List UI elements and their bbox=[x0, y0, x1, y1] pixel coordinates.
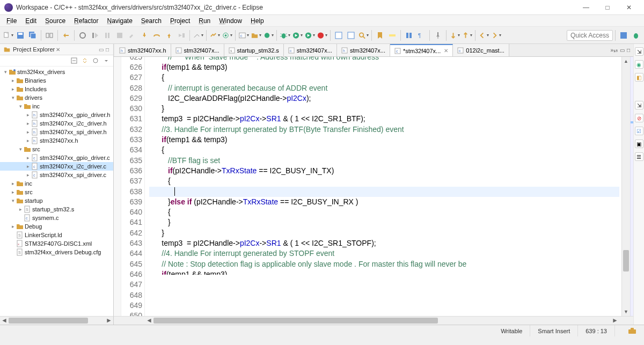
quick-access[interactable]: Quick Access bbox=[567, 30, 613, 41]
menu-project[interactable]: Project bbox=[166, 16, 194, 26]
step-into-button[interactable] bbox=[138, 30, 150, 41]
tree-item[interactable]: ▾stm32f4xx_drivers bbox=[0, 68, 113, 76]
tree-item[interactable]: ▸cstm32f407xx_spi_driver.c bbox=[0, 171, 113, 179]
open-file-button[interactable] bbox=[345, 30, 357, 41]
editor-max-icon[interactable]: □ bbox=[627, 47, 630, 53]
terminate-button[interactable] bbox=[114, 30, 126, 41]
build-button[interactable]: ▾ bbox=[209, 30, 221, 41]
editor-tab[interactable]: hstm32f407x... bbox=[337, 44, 390, 56]
menu-refactor[interactable]: Refactor bbox=[70, 16, 103, 26]
suspend-button[interactable] bbox=[101, 30, 113, 41]
new-folder-button[interactable]: ▾ bbox=[250, 30, 262, 41]
profile-button[interactable]: ▾ bbox=[316, 30, 328, 41]
editor-tab[interactable]: hstm32f407xx.h bbox=[115, 44, 171, 56]
editor-vscroll[interactable]: ▲ ▼ bbox=[621, 57, 630, 316]
editor-tab[interactable]: cstm32f407x... bbox=[284, 44, 337, 56]
project-tree[interactable]: ▾stm32f4xx_drivers▸Binaries▸Includes▾dri… bbox=[0, 67, 113, 316]
perspective-debug-button[interactable] bbox=[630, 30, 642, 41]
tree-item[interactable]: SLinkerScript.ld bbox=[0, 231, 113, 239]
pin-button[interactable] bbox=[432, 30, 444, 41]
restore2-icon[interactable]: ⇲ bbox=[635, 101, 643, 109]
tree-item[interactable]: ▸hstm32f407xx.h bbox=[0, 136, 113, 145]
new-button[interactable]: ▾ bbox=[2, 30, 14, 41]
restore-icon[interactable]: ⇲ bbox=[635, 47, 643, 56]
build-target-button[interactable]: ▾ bbox=[221, 30, 233, 41]
tree-item[interactable]: ▸inc bbox=[0, 179, 113, 188]
debug-button[interactable]: ▾ bbox=[279, 30, 291, 41]
maximize-button[interactable]: □ bbox=[597, 1, 618, 14]
new-class-button[interactable]: ▾ bbox=[262, 30, 274, 41]
focus-button[interactable] bbox=[91, 56, 100, 65]
tree-item[interactable]: ▾src bbox=[0, 145, 113, 153]
save-all-button[interactable] bbox=[27, 30, 39, 41]
editor-tab[interactable]: c*stm32f407x...✕ bbox=[390, 44, 453, 56]
minimize-button[interactable]: — bbox=[575, 1, 597, 14]
toggle-blk-button[interactable] bbox=[403, 30, 415, 41]
tree-item[interactable]: ▾drivers bbox=[0, 93, 113, 102]
tree-item[interactable]: ▸Includes bbox=[0, 85, 113, 93]
view-max-icon[interactable]: □ bbox=[105, 47, 110, 53]
search-button[interactable]: ▾ bbox=[357, 30, 369, 41]
back-button[interactable]: ▾ bbox=[478, 30, 489, 41]
prev-ann-button[interactable]: ▾ bbox=[461, 30, 473, 41]
tabs-overflow[interactable]: »₁₈ bbox=[610, 47, 618, 53]
tree-item[interactable]: ▸cstm32f407xx_gpio_driver.c bbox=[0, 153, 113, 162]
tree-item[interactable]: ▸cstm32f407xx_i2c_driver.c bbox=[0, 162, 113, 171]
code-editor[interactable]: // When Slave mode : Address matched wit… bbox=[145, 57, 621, 316]
resume-button[interactable] bbox=[89, 30, 101, 41]
menu-search[interactable]: Search bbox=[137, 16, 166, 26]
editor-tab[interactable]: c012i2c_mast... bbox=[453, 44, 509, 56]
view-close-icon[interactable]: ✕ bbox=[55, 47, 61, 53]
show-ws-button[interactable]: ¶ bbox=[415, 30, 427, 41]
menu-run[interactable]: Run bbox=[194, 16, 215, 26]
tree-item[interactable]: ▸hstm32f407xx_i2c_driver.h bbox=[0, 119, 113, 128]
menu-source[interactable]: Source bbox=[41, 16, 70, 26]
tree-item[interactable]: Sstm32f4xx_drivers Debug.cfg bbox=[0, 248, 113, 256]
problems-icon[interactable]: ⊘ bbox=[635, 114, 643, 122]
view-min-icon[interactable]: ▭ bbox=[98, 47, 105, 53]
toggle-highlight-button[interactable] bbox=[386, 30, 398, 41]
properties-icon[interactable]: ☰ bbox=[635, 152, 643, 161]
toggle-mode-button[interactable]: ▾ bbox=[192, 30, 204, 41]
tree-item[interactable]: ▸hstm32f407xx_spi_driver.h bbox=[0, 128, 113, 136]
perspective-c-button[interactable] bbox=[618, 30, 630, 41]
menu-navigate[interactable]: Navigate bbox=[103, 16, 136, 26]
run-button[interactable]: ▾ bbox=[291, 30, 303, 41]
overview-ruler[interactable] bbox=[630, 57, 633, 316]
collapse-all-button[interactable] bbox=[69, 56, 79, 65]
editor-tab[interactable]: cstm32f407x... bbox=[171, 44, 224, 56]
menu-edit[interactable]: Edit bbox=[21, 16, 41, 26]
step-return-button[interactable] bbox=[163, 30, 175, 41]
tasks-icon[interactable]: ☑ bbox=[635, 127, 643, 135]
link-editor-button[interactable] bbox=[80, 56, 90, 65]
close-button[interactable]: ✕ bbox=[618, 1, 640, 14]
tree-item[interactable]: ▸hstm32f407xx_gpio_driver.h bbox=[0, 111, 113, 119]
restart-button[interactable] bbox=[77, 30, 89, 41]
forward-button[interactable]: ▾ bbox=[490, 30, 502, 41]
editor-tab[interactable]: sstartup_stm32.s bbox=[224, 44, 284, 56]
editor-min-icon[interactable]: ▭ bbox=[620, 47, 625, 53]
view-menu-button[interactable] bbox=[101, 56, 111, 65]
tree-item[interactable]: csysmem.c bbox=[0, 214, 113, 222]
tree-item[interactable]: xSTM32F407G-DISC1.xml bbox=[0, 239, 113, 248]
tree-item[interactable]: ▾inc bbox=[0, 102, 113, 111]
editor-hscroll[interactable]: ◄ ► bbox=[145, 317, 619, 325]
tree-item[interactable]: ▸src bbox=[0, 188, 113, 196]
switch-tab-button[interactable] bbox=[43, 30, 55, 41]
save-button[interactable] bbox=[14, 30, 26, 41]
tree-item[interactable]: ▸Debug bbox=[0, 222, 113, 231]
tree-item[interactable]: ▸Sstartup_stm32.s bbox=[0, 205, 113, 214]
tree-item[interactable]: ▸Binaries bbox=[0, 76, 113, 85]
disconnect-button[interactable] bbox=[126, 30, 138, 41]
menu-help[interactable]: Help bbox=[246, 16, 268, 26]
step-over-button[interactable] bbox=[151, 30, 163, 41]
tree-item[interactable]: ▾startup bbox=[0, 196, 113, 205]
next-ann-button[interactable]: ▾ bbox=[449, 30, 460, 41]
coverage-button[interactable]: ▾ bbox=[304, 30, 316, 41]
toggle-mark-button[interactable] bbox=[374, 30, 386, 41]
tab-close-icon[interactable]: ✕ bbox=[444, 48, 448, 54]
undo-button[interactable] bbox=[60, 30, 72, 41]
console-icon[interactable]: ▣ bbox=[635, 140, 643, 148]
instr-step-button[interactable] bbox=[175, 30, 187, 41]
new-cproj-button[interactable]: c▾ bbox=[238, 30, 250, 41]
